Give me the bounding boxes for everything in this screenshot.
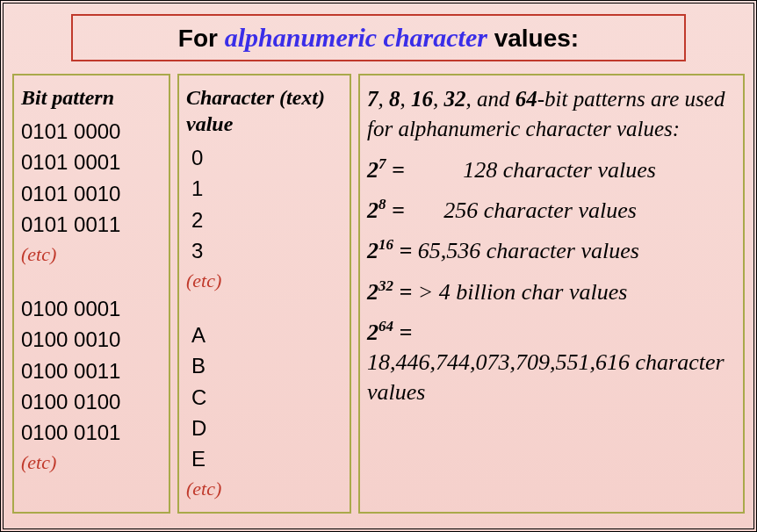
char-row: 1 <box>186 173 342 204</box>
title-box: For alphanumeric character values: <box>71 14 686 61</box>
exponent: 32 <box>378 277 393 294</box>
eq-value: 18,446,744,073,709,551,616 character val… <box>367 349 725 405</box>
char-row: C <box>186 382 342 413</box>
bit-pattern-column: Bit pattern 0101 0000 0101 0001 0101 001… <box>12 74 170 514</box>
char-column-header: Character (text) value <box>186 84 342 137</box>
char-row: 0 <box>186 142 342 173</box>
columns-container: Bit pattern 0101 0000 0101 0001 0101 001… <box>9 74 748 514</box>
char-row: B <box>186 350 342 381</box>
equation-row: 264 = 18,446,744,073,709,551,616 charact… <box>367 317 736 406</box>
bit-row: 0101 0010 <box>21 178 162 209</box>
eq-value: 256 character values <box>443 198 637 223</box>
equation-row: 232 = > 4 billion char values <box>367 277 736 306</box>
exponent: 7 <box>378 155 386 172</box>
eq-value: 65,536 character values <box>418 238 639 263</box>
bit-row: 0100 0010 <box>21 324 162 355</box>
title-suffix: values: <box>487 25 579 52</box>
char-row: A <box>186 320 342 350</box>
title-emphasis: alphanumeric character <box>225 23 487 52</box>
eq-value: 128 character values <box>463 156 656 182</box>
spacer <box>21 269 162 293</box>
eq-value: > 4 billion char values <box>418 279 628 305</box>
bit-row: 0100 0001 <box>21 293 162 324</box>
bit-row: 0101 0000 <box>21 116 162 147</box>
bit-etc: (etc) <box>21 448 162 477</box>
info-column: 7, 8, 16, 32, and 64-bit patterns are us… <box>358 74 745 514</box>
bit-row: 0101 0011 <box>21 209 162 240</box>
exponent: 16 <box>378 236 393 253</box>
bit-row: 0100 0101 <box>21 417 162 448</box>
bit-row: 0101 0001 <box>21 147 162 177</box>
equation-row: 27 = 128 character values <box>367 155 736 184</box>
char-row: E <box>186 443 342 474</box>
bit-size: 32 <box>444 87 466 111</box>
bit-row: 0100 0011 <box>21 356 162 386</box>
exponent: 8 <box>378 196 386 212</box>
char-etc: (etc) <box>186 266 342 295</box>
bit-size: 7 <box>367 87 378 111</box>
and-word: and <box>477 87 510 111</box>
spacer <box>186 295 342 320</box>
intro-text: 7, 8, 16, 32, and 64-bit patterns are us… <box>367 84 736 144</box>
char-row: 2 <box>186 205 342 235</box>
bit-row: 0100 0100 <box>21 386 162 417</box>
equation-row: 28 = 256 character values <box>367 195 736 225</box>
char-row: D <box>186 413 342 443</box>
bit-column-header: Bit pattern <box>21 84 162 111</box>
bit-size: 8 <box>389 87 400 111</box>
bit-size: 16 <box>411 87 433 111</box>
char-etc: (etc) <box>186 474 342 503</box>
exponent: 64 <box>378 318 393 334</box>
title-prefix: For <box>178 25 225 52</box>
char-row: 3 <box>186 235 342 266</box>
slide-frame: For alphanumeric character values: Bit p… <box>0 0 757 532</box>
char-value-column: Character (text) value 0 1 2 3 (etc) A B… <box>177 74 351 514</box>
bit-size: 64 <box>515 87 537 111</box>
equation-row: 216 = 65,536 character values <box>367 235 736 265</box>
bit-etc: (etc) <box>21 240 162 269</box>
